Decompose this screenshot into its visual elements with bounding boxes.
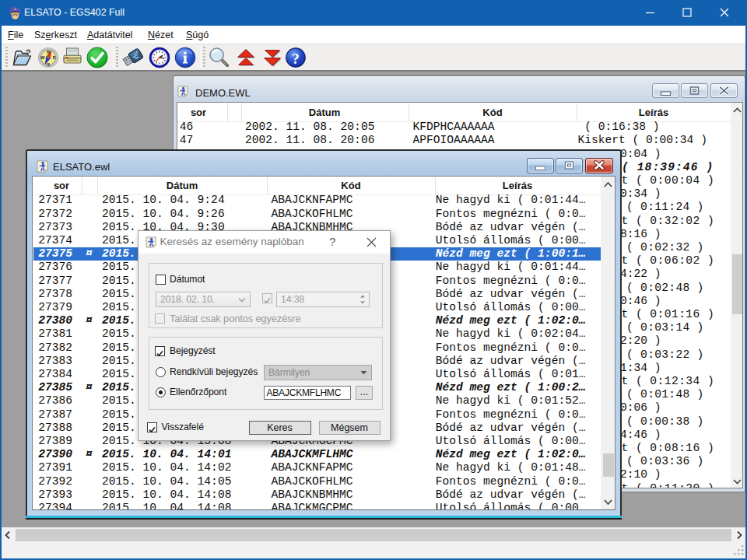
svg-text:E: E (53, 55, 56, 60)
svg-text:?: ? (292, 51, 300, 67)
svg-text:S: S (47, 62, 50, 67)
